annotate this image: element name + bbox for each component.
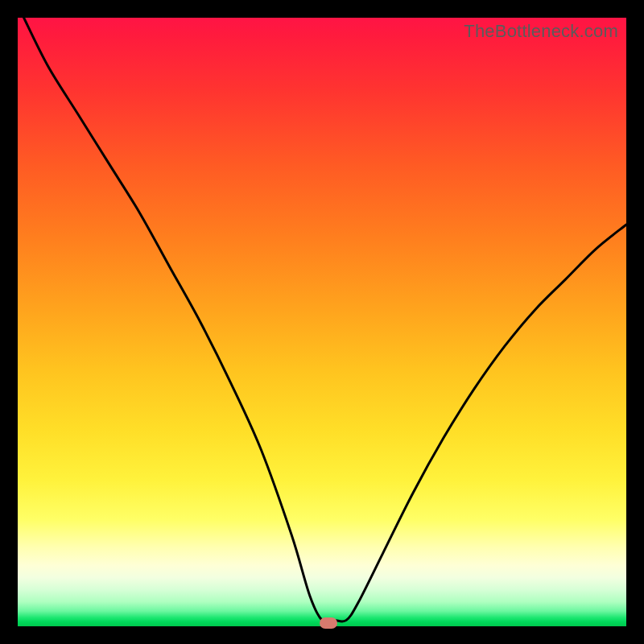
curve-path — [24, 18, 626, 622]
chart-frame: TheBottleneck.com — [0, 0, 644, 644]
optimal-point-marker — [320, 617, 337, 629]
bottleneck-curve — [18, 18, 626, 626]
plot-area: TheBottleneck.com — [18, 18, 626, 626]
